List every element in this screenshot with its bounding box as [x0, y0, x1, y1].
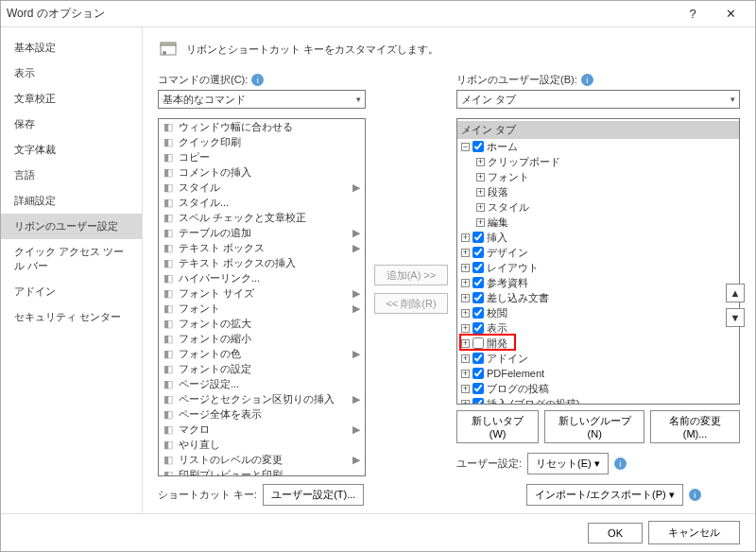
cancel-button[interactable]: キャンセル: [648, 521, 740, 544]
tree-item[interactable]: +フォント: [457, 169, 739, 184]
expand-toggle[interactable]: +: [461, 400, 470, 405]
sidebar-item[interactable]: リボンのユーザー設定: [1, 214, 142, 239]
expand-toggle[interactable]: +: [461, 370, 470, 378]
command-item[interactable]: ◧やり直し: [159, 437, 365, 452]
command-item[interactable]: ◧スタイル▶: [159, 180, 365, 195]
command-item[interactable]: ◧フォントの拡大: [159, 316, 365, 331]
expand-toggle[interactable]: +: [476, 203, 485, 212]
sidebar-item[interactable]: アドイン: [1, 279, 142, 304]
tree-item[interactable]: +スタイル: [457, 199, 739, 215]
sidebar-item[interactable]: 言語: [1, 163, 142, 188]
expand-toggle[interactable]: +: [461, 294, 470, 302]
tree-item[interactable]: +段落: [457, 184, 739, 199]
tree-item[interactable]: +校閲: [457, 305, 739, 320]
tree-item[interactable]: +PDFelement: [457, 366, 739, 381]
command-item[interactable]: ◧フォント▶: [159, 301, 365, 316]
expand-toggle[interactable]: +: [461, 309, 470, 318]
remove-button[interactable]: << 削除(R): [374, 293, 448, 314]
tab-checkbox[interactable]: [472, 398, 484, 405]
help-icon[interactable]: i: [689, 489, 701, 501]
help-icon[interactable]: i: [581, 74, 593, 86]
import-export-button[interactable]: インポート/エクスポート(P) ▾: [526, 484, 683, 506]
tree-item[interactable]: +編集: [457, 215, 739, 230]
tree-item[interactable]: +表示: [457, 320, 739, 336]
customize-shortcut-button[interactable]: ユーザー設定(T)...: [263, 484, 364, 506]
command-item[interactable]: ◧コメントの挿入: [159, 164, 365, 180]
sidebar-item[interactable]: セキュリティ センター: [1, 304, 142, 330]
expand-toggle[interactable]: +: [461, 264, 470, 272]
tree-item[interactable]: +挿入: [457, 230, 739, 245]
expand-toggle[interactable]: +: [461, 233, 470, 242]
move-up-button[interactable]: ▲: [726, 284, 745, 302]
command-item[interactable]: ◧ウィンドウ幅に合わせる: [159, 119, 365, 134]
ok-button[interactable]: OK: [588, 523, 643, 543]
help-icon[interactable]: i: [614, 457, 627, 470]
expand-toggle[interactable]: −: [461, 143, 470, 151]
tab-checkbox[interactable]: [472, 277, 484, 288]
close-button[interactable]: ✕: [712, 1, 749, 27]
command-item[interactable]: ◧テキスト ボックスの挿入: [159, 255, 365, 270]
sidebar-item[interactable]: 保存: [1, 112, 142, 137]
rename-button[interactable]: 名前の変更(M)...: [650, 410, 740, 443]
expand-toggle[interactable]: +: [461, 279, 470, 287]
command-item[interactable]: ◧フォント サイズ▶: [159, 285, 365, 301]
commands-listbox[interactable]: ◧ウィンドウ幅に合わせる◧クイック印刷◧コピー◧コメントの挿入◧スタイル▶◧スタ…: [158, 118, 366, 476]
tree-item[interactable]: +差し込み文書: [457, 290, 739, 305]
tree-item[interactable]: +アドイン: [457, 351, 739, 366]
tree-item[interactable]: +開発: [457, 336, 739, 351]
tab-checkbox[interactable]: [472, 353, 484, 364]
sidebar-item[interactable]: 文字体裁: [1, 137, 142, 163]
tab-checkbox[interactable]: [472, 307, 484, 319]
tree-item[interactable]: +デザイン: [457, 245, 739, 260]
tab-checkbox[interactable]: [472, 322, 484, 334]
expand-toggle[interactable]: +: [461, 385, 470, 393]
command-item[interactable]: ◧マクロ▶: [159, 422, 365, 437]
command-item[interactable]: ◧ページ設定...: [159, 376, 365, 391]
command-item[interactable]: ◧テキスト ボックス▶: [159, 240, 365, 255]
expand-toggle[interactable]: +: [461, 324, 470, 333]
choose-commands-select[interactable]: 基本的なコマンド ▾: [158, 90, 366, 109]
tab-checkbox[interactable]: [472, 292, 484, 303]
command-item[interactable]: ◧コピー: [159, 149, 365, 164]
reset-button[interactable]: リセット(E) ▾: [527, 453, 609, 474]
help-icon[interactable]: i: [251, 74, 264, 86]
help-button[interactable]: ?: [674, 1, 712, 27]
tree-item[interactable]: +クリップボード: [457, 154, 739, 169]
expand-toggle[interactable]: +: [476, 173, 485, 181]
ribbon-scope-select[interactable]: メイン タブ ▾: [456, 90, 740, 109]
command-item[interactable]: ◧フォントの設定: [159, 361, 365, 376]
add-button[interactable]: 追加(A) >>: [374, 265, 448, 285]
sidebar-item[interactable]: クイック アクセス ツール バー: [1, 239, 142, 279]
expand-toggle[interactable]: +: [476, 218, 485, 227]
sidebar-item[interactable]: 表示: [1, 60, 142, 86]
sidebar-item[interactable]: 文章校正: [1, 86, 142, 112]
command-item[interactable]: ◧リストのレベルの変更▶: [159, 452, 365, 467]
tab-checkbox[interactable]: [472, 232, 484, 243]
sidebar-item[interactable]: 詳細設定: [1, 188, 142, 214]
command-item[interactable]: ◧フォントの縮小: [159, 331, 365, 346]
tab-checkbox[interactable]: [472, 337, 484, 349]
command-item[interactable]: ◧ハイパーリンク...: [159, 270, 365, 285]
new-group-button[interactable]: 新しいグループ(N): [544, 410, 644, 443]
new-tab-button[interactable]: 新しいタブ(W): [456, 410, 539, 443]
expand-toggle[interactable]: +: [461, 249, 470, 257]
expand-toggle[interactable]: +: [461, 354, 470, 363]
tree-item[interactable]: +参考資料: [457, 275, 739, 290]
command-item[interactable]: ◧スペル チェックと文章校正: [159, 210, 365, 225]
command-item[interactable]: ◧スタイル...: [159, 195, 365, 210]
tab-checkbox[interactable]: [472, 247, 484, 258]
tab-checkbox[interactable]: [472, 262, 484, 273]
command-item[interactable]: ◧テーブルの追加▶: [159, 225, 365, 240]
move-down-button[interactable]: ▼: [726, 308, 745, 327]
ribbon-tree[interactable]: メイン タブ−ホーム+クリップボード+フォント+段落+スタイル+編集+挿入+デザ…: [456, 118, 740, 405]
tab-checkbox[interactable]: [472, 368, 484, 379]
tab-checkbox[interactable]: [472, 141, 484, 152]
tree-item[interactable]: −ホーム: [457, 139, 739, 154]
expand-toggle[interactable]: +: [476, 158, 485, 166]
tree-item[interactable]: +挿入 (ブログの投稿): [457, 396, 739, 405]
expand-toggle[interactable]: +: [476, 188, 485, 197]
tab-checkbox[interactable]: [472, 383, 484, 394]
command-item[interactable]: ◧印刷プレビューと印刷: [159, 467, 365, 476]
sidebar-item[interactable]: 基本設定: [1, 35, 142, 60]
command-item[interactable]: ◧ページとセクション区切りの挿入▶: [159, 391, 365, 406]
